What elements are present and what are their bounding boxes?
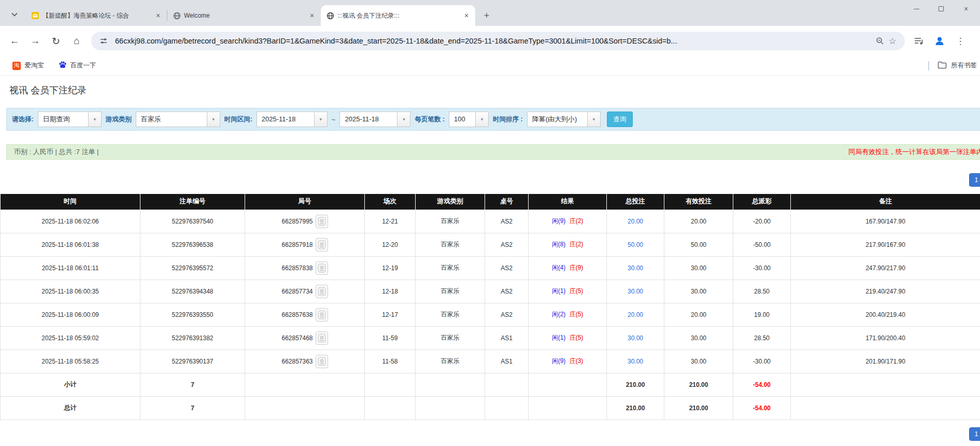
cell-table: AS2 [485, 233, 529, 256]
video-replay-icon[interactable] [316, 355, 328, 368]
all-bookmarks-label: 所有书签 [951, 61, 977, 70]
game-type-select[interactable]: 百家乐 ▾ [136, 112, 220, 127]
col-result: 结果 [529, 194, 607, 210]
date-end-select[interactable]: 2025-11-18 ▾ [339, 112, 410, 127]
page-1-button[interactable]: 1 [969, 427, 980, 441]
tab-search-chevron-icon[interactable] [7, 7, 22, 22]
subtotal-count: 7 [140, 373, 245, 396]
mail-favicon-icon [31, 11, 39, 20]
total-bet-link[interactable]: 30.00 [628, 288, 643, 295]
table-row: 2025-11-18 06:00:35 522976394348 6628577… [1, 280, 980, 303]
menu-kebab-icon[interactable]: ⋮ [954, 34, 967, 48]
home-button[interactable]: ⌂ [68, 33, 85, 49]
chevron-down-icon[interactable]: ▾ [475, 112, 488, 127]
chevron-down-icon[interactable]: ▾ [397, 112, 410, 127]
subtotal-total-bet: 210.00 [607, 373, 664, 396]
table-header: 时间 注单编号 局号 场次 游戏类别 桌号 结果 总投注 有效投注 总派彩 备注 [1, 194, 980, 210]
cell-payout: -20.00 [733, 210, 791, 233]
tab-title: Welcome [184, 12, 304, 19]
tab-close-icon[interactable]: × [307, 11, 317, 20]
taobao-icon: 淘 [12, 62, 21, 70]
tab-title: :::视讯 会员下注纪录::: [337, 11, 459, 20]
result-banker: 庄(9) [570, 264, 584, 271]
col-valid-bet: 有效投注 [664, 194, 733, 210]
chevron-down-icon[interactable]: ▾ [314, 112, 327, 127]
cell-total-bet: 20.00 [607, 210, 664, 233]
bookmark-taobao[interactable]: 淘 爱淘宝 [8, 59, 48, 72]
total-bet-link[interactable]: 30.00 [628, 335, 643, 342]
col-table: 桌号 [485, 194, 529, 210]
close-window-button[interactable]: × [959, 2, 973, 16]
bookmark-star-icon[interactable]: ☆ [886, 35, 899, 47]
page-1-button[interactable]: 1 [969, 173, 980, 187]
video-replay-icon[interactable] [316, 285, 328, 298]
round-number: 662857734 [281, 288, 313, 295]
maximize-button[interactable] [934, 2, 948, 16]
date-start-select[interactable]: 2025-11-18 ▾ [257, 112, 328, 127]
reload-button[interactable]: ↻ [48, 33, 64, 49]
all-bookmarks[interactable]: 所有书签 [928, 61, 977, 71]
video-replay-icon[interactable] [316, 238, 328, 252]
site-settings-icon[interactable] [97, 35, 110, 47]
forward-button[interactable]: → [27, 33, 44, 49]
media-playlist-icon[interactable] [912, 34, 926, 48]
cell-session: 12-20 [365, 233, 416, 256]
video-replay-icon[interactable] [316, 261, 328, 275]
bookmarks-bar: 淘 爱淘宝 百度一下 所有书签 [0, 56, 980, 76]
cell-result: 闲(1) 庄(5) [529, 326, 607, 350]
cell-game-type: 百家乐 [416, 350, 485, 373]
subtotal-payout: -54.00 [733, 373, 791, 396]
cell-payout: -30.00 [733, 350, 791, 373]
result-player: 闲(9) [552, 357, 566, 365]
col-time: 时间 [1, 194, 140, 210]
search-button[interactable]: 查询 [607, 112, 633, 127]
cell-game-type: 百家乐 [416, 280, 485, 303]
video-replay-icon[interactable] [316, 331, 328, 345]
profile-avatar-icon[interactable] [933, 34, 946, 48]
chevron-down-icon[interactable]: ▾ [587, 112, 600, 127]
table-row: 2025-11-18 06:00:09 522976393550 6628576… [1, 303, 980, 326]
tab-forum[interactable]: 【新提醒】海燕策略论坛 - 综合 × [26, 5, 167, 26]
total-bet-link[interactable]: 20.00 [628, 218, 643, 225]
cell-payout: 28.50 [733, 326, 791, 350]
grand-total-total-bet: 210.00 [607, 396, 664, 420]
total-bet-link[interactable]: 30.00 [628, 264, 643, 272]
col-game-type: 游戏类别 [416, 194, 485, 210]
cell-bet-id: 522976391382 [140, 326, 245, 350]
cell-payout: 28.50 [733, 280, 791, 303]
folder-icon [938, 61, 947, 71]
cell-round: 662857638 [245, 303, 365, 326]
url-text[interactable]: 66cxkj98.com/game/betrecord_search/kind3… [115, 37, 869, 45]
new-tab-button[interactable]: + [479, 8, 494, 23]
grand-total-row: 总计 7 210.00 210.00 -54.00 [1, 396, 980, 420]
zoom-icon[interactable] [874, 35, 886, 47]
address-bar[interactable]: 66cxkj98.com/game/betrecord_search/kind3… [91, 32, 905, 50]
cell-session: 11-59 [365, 326, 416, 350]
total-bet-link[interactable]: 20.00 [628, 311, 643, 318]
video-replay-icon[interactable] [316, 215, 328, 228]
cell-time: 2025-11-18 06:02:06 [1, 210, 140, 233]
cell-bet-id: 522976396538 [140, 233, 245, 256]
cell-total-bet: 50.00 [607, 233, 664, 256]
result-banker: 庄(5) [570, 287, 584, 295]
page-size-label: 每页笔数 : [415, 115, 445, 124]
query-type-select[interactable]: 日期查询 ▾ [38, 112, 102, 127]
video-replay-icon[interactable] [316, 308, 328, 322]
cell-payout: 19.00 [733, 303, 791, 326]
chevron-down-icon[interactable]: ▾ [88, 112, 101, 127]
chevron-down-icon[interactable]: ▾ [207, 112, 220, 127]
sort-select[interactable]: 降冪(由大到小) ▾ [527, 112, 601, 127]
cell-total-bet: 30.00 [607, 350, 664, 373]
bookmark-baidu[interactable]: 百度一下 [54, 59, 101, 73]
tab-bet-record[interactable]: :::视讯 会员下注纪录::: × [321, 5, 475, 26]
result-player: 闲(8) [552, 241, 566, 248]
total-bet-link[interactable]: 50.00 [628, 241, 643, 248]
back-button[interactable]: ← [6, 33, 23, 49]
total-bet-link[interactable]: 30.00 [628, 358, 643, 365]
tab-close-icon[interactable]: × [153, 11, 163, 20]
minimize-button[interactable] [910, 2, 923, 16]
tab-welcome[interactable]: Welcome × [167, 5, 321, 26]
tab-close-icon[interactable]: × [462, 11, 471, 20]
page-size-select[interactable]: 100 ▾ [449, 112, 489, 127]
round-number: 662857838 [281, 264, 313, 272]
